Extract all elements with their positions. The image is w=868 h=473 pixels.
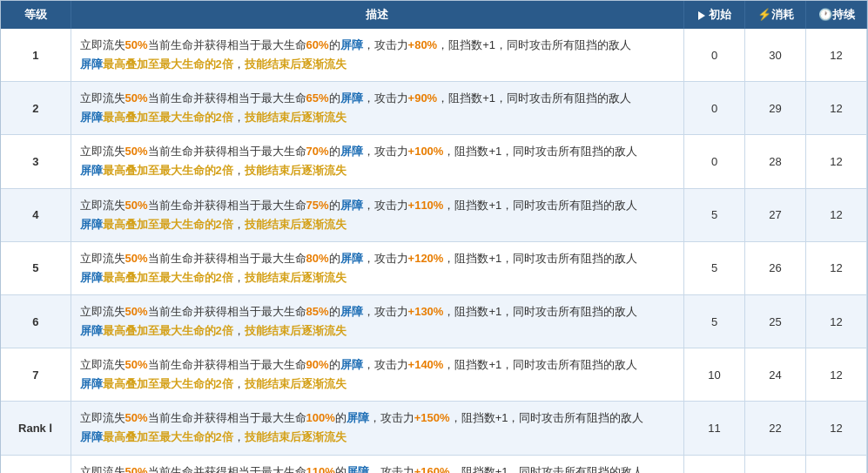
level-cell: 6 (1, 294, 71, 348)
level-cell: 7 (1, 348, 71, 402)
initial-cell: 11 (684, 402, 745, 455)
desc-cell: 立即流失50%当前生命并获得相当于最大生命60%的屏障，攻击力+80%，阻挡数+… (71, 29, 684, 82)
cost-cell: 21 (745, 455, 806, 473)
level-cell: 2 (1, 82, 71, 135)
level-cell: 5 (1, 241, 71, 294)
table-row: 4立即流失50%当前生命并获得相当于最大生命75%的屏障，攻击力+110%，阻挡… (1, 188, 867, 241)
initial-cell: 0 (684, 82, 745, 135)
cost-header: ⚡消耗 (745, 1, 806, 29)
cost-cell: 29 (745, 82, 806, 135)
level-cell: 3 (1, 135, 71, 188)
cost-cell: 25 (745, 294, 806, 348)
desc-cell: 立即流失50%当前生命并获得相当于最大生命75%的屏障，攻击力+110%，阻挡数… (71, 188, 684, 241)
table-row: 2立即流失50%当前生命并获得相当于最大生命65%的屏障，攻击力+90%，阻挡数… (1, 82, 867, 135)
duration-header: 🕐持续 (806, 1, 867, 29)
initial-cell: 10 (684, 348, 745, 402)
skill-table: 等级 描述 初始 ⚡消耗 🕐持续 1立即流失5 (1, 1, 867, 473)
duration-cell: 12 (806, 402, 867, 455)
cost-cell: 24 (745, 348, 806, 402)
desc-cell: 立即流失50%当前生命并获得相当于最大生命100%的屏障，攻击力+150%，阻挡… (71, 402, 684, 455)
duration-cell: 12 (806, 29, 867, 82)
level-cell: Rank Ⅱ (1, 455, 71, 473)
table-wrapper: 等级 描述 初始 ⚡消耗 🕐持续 1立即流失5 (1, 1, 867, 473)
initial-cell: 5 (684, 294, 745, 348)
cost-cell: 26 (745, 241, 806, 294)
initial-cell: 12 (684, 455, 745, 473)
table-row: 7立即流失50%当前生命并获得相当于最大生命90%的屏障，攻击力+140%，阻挡… (1, 348, 867, 402)
desc-cell: 立即流失50%当前生命并获得相当于最大生命70%的屏障，攻击力+100%，阻挡数… (71, 135, 684, 188)
desc-cell: 立即流失50%当前生命并获得相当于最大生命80%的屏障，攻击力+120%，阻挡数… (71, 241, 684, 294)
lightning-icon: ⚡ (757, 8, 771, 21)
level-header: 等级 (1, 1, 71, 29)
table-row: Rank Ⅱ立即流失50%当前生命并获得相当于最大生命110%的屏障，攻击力+1… (1, 455, 867, 473)
initial-cell: 0 (684, 135, 745, 188)
initial-cell: 5 (684, 188, 745, 241)
table-row: 6立即流失50%当前生命并获得相当于最大生命85%的屏障，攻击力+130%，阻挡… (1, 294, 867, 348)
desc-cell: 立即流失50%当前生命并获得相当于最大生命110%的屏障，攻击力+160%，阻挡… (71, 455, 684, 473)
desc-cell: 立即流失50%当前生命并获得相当于最大生命90%的屏障，攻击力+140%，阻挡数… (71, 348, 684, 402)
cost-cell: 28 (745, 135, 806, 188)
level-cell: 1 (1, 29, 71, 82)
initial-header: 初始 (684, 1, 745, 29)
initial-cell: 5 (684, 241, 745, 294)
desc-cell: 立即流失50%当前生命并获得相当于最大生命85%的屏障，攻击力+130%，阻挡数… (71, 294, 684, 348)
skill-table-container: 等级 描述 初始 ⚡消耗 🕐持续 1立即流失5 (0, 0, 868, 473)
duration-cell: 12 (806, 348, 867, 402)
desc-header: 描述 (71, 1, 684, 29)
duration-cell: 12 (806, 294, 867, 348)
arrow-icon (698, 11, 705, 20)
initial-cell: 0 (684, 29, 745, 82)
table-row: 1立即流失50%当前生命并获得相当于最大生命60%的屏障，攻击力+80%，阻挡数… (1, 29, 867, 82)
table-row: 3立即流失50%当前生命并获得相当于最大生命70%的屏障，攻击力+100%，阻挡… (1, 135, 867, 188)
duration-cell: 12 (806, 135, 867, 188)
cost-cell: 30 (745, 29, 806, 82)
duration-cell: 12 (806, 188, 867, 241)
clock-icon: 🕐 (818, 8, 832, 21)
level-cell: 4 (1, 188, 71, 241)
duration-cell: 12 (806, 82, 867, 135)
desc-cell: 立即流失50%当前生命并获得相当于最大生命65%的屏障，攻击力+90%，阻挡数+… (71, 82, 684, 135)
level-cell: Rank Ⅰ (1, 402, 71, 455)
cost-cell: 22 (745, 402, 806, 455)
table-row: 5立即流失50%当前生命并获得相当于最大生命80%的屏障，攻击力+120%，阻挡… (1, 241, 867, 294)
duration-cell: 12 (806, 455, 867, 473)
table-row: Rank Ⅰ立即流失50%当前生命并获得相当于最大生命100%的屏障，攻击力+1… (1, 402, 867, 455)
duration-cell: 12 (806, 241, 867, 294)
cost-cell: 27 (745, 188, 806, 241)
